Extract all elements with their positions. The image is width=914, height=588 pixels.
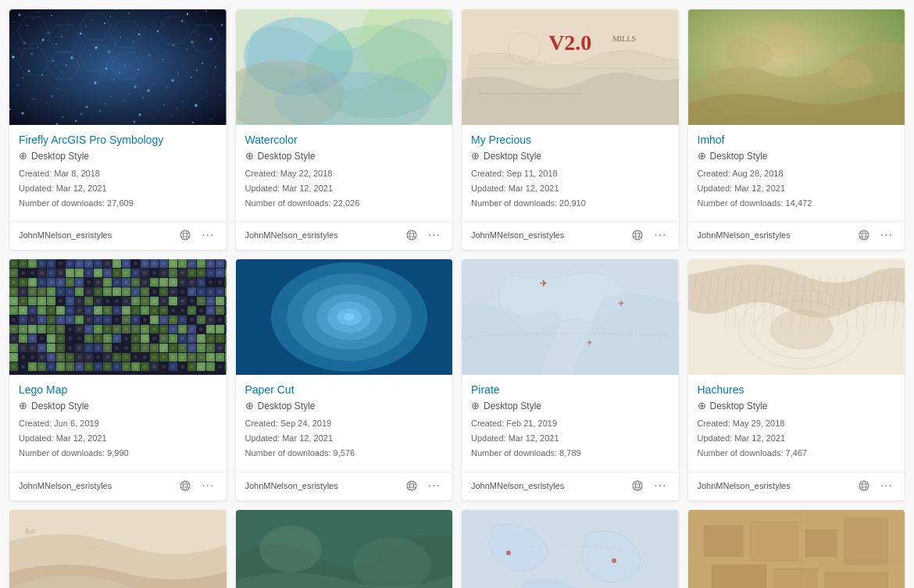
svg-point-28 <box>120 37 121 38</box>
svg-rect-607 <box>225 334 227 343</box>
svg-point-542 <box>152 327 156 331</box>
card-thumbnail-pirate[interactable]: ✈ ✈ ✈ <box>462 259 679 375</box>
svg-point-106 <box>108 50 110 52</box>
globe-button-precious[interactable] <box>630 228 645 242</box>
more-button-lego[interactable]: ··· <box>199 477 216 494</box>
more-button-papercut[interactable]: ··· <box>426 477 443 494</box>
svg-point-740 <box>143 365 147 369</box>
svg-point-306 <box>218 280 222 284</box>
svg-point-528 <box>87 327 91 331</box>
card-bottom3 <box>462 510 679 589</box>
svg-point-468 <box>40 318 44 322</box>
svg-point-286 <box>124 280 128 284</box>
card-title-firefly[interactable]: Firefly ArcGIS Pro Symbology <box>19 133 217 147</box>
more-button-precious[interactable]: ··· <box>652 226 669 244</box>
svg-point-216 <box>30 271 34 275</box>
svg-point-440 <box>143 308 147 312</box>
globe-button-lego[interactable] <box>177 479 193 493</box>
svg-point-200 <box>190 262 194 265</box>
svg-point-552 <box>199 327 203 331</box>
card-bottom4 <box>688 510 905 589</box>
svg-point-152 <box>636 230 640 240</box>
globe-button-firefly[interactable] <box>177 228 193 242</box>
svg-point-70 <box>201 98 202 98</box>
svg-point-132 <box>184 230 187 240</box>
svg-point-847 <box>259 526 322 572</box>
svg-point-700 <box>190 355 194 359</box>
more-button-firefly[interactable]: ··· <box>199 226 216 244</box>
svg-point-396 <box>171 299 175 303</box>
svg-rect-557 <box>225 325 227 333</box>
svg-point-536 <box>124 327 128 331</box>
globe-button-papercut[interactable] <box>404 479 420 493</box>
svg-point-82 <box>94 81 96 84</box>
card-title-hachures[interactable]: Hachures <box>698 383 896 397</box>
card-title-precious[interactable]: My Precious <box>471 133 669 147</box>
card-body-papercut: Paper Cut ⊕ Desktop Style Created: Sep 2… <box>236 375 453 466</box>
svg-point-668 <box>40 355 44 359</box>
svg-point-506 <box>218 318 222 322</box>
card-footer-watercolor: JohnMNelson_esristyles ··· <box>236 221 453 250</box>
card-thumbnail-papercut[interactable] <box>236 259 453 375</box>
more-button-imhof[interactable]: ··· <box>878 226 895 244</box>
svg-point-27 <box>91 19 92 20</box>
card-footer-pirate: JohnMNelson_esristyles ··· <box>462 472 679 501</box>
globe-button-pirate[interactable] <box>630 479 645 493</box>
svg-point-690 <box>143 355 147 359</box>
svg-point-164 <box>21 262 25 265</box>
card-title-imhof[interactable]: Imhof <box>698 133 896 147</box>
card-title-pirate[interactable]: Pirate <box>471 383 669 397</box>
card-meta-precious: Created: Sep 11, 2018 Updated: Mar 12, 2… <box>471 166 669 210</box>
svg-point-761 <box>180 481 190 490</box>
svg-point-53 <box>162 23 165 26</box>
svg-point-416 <box>30 308 34 312</box>
card-thumbnail-precious[interactable]: V2.0 MILLS ~~~~~~~~~~~~~~~~~~~~~~~~~~~~~… <box>462 9 679 125</box>
svg-point-370 <box>49 299 53 303</box>
card-thumbnail-lego[interactable] <box>9 259 227 375</box>
svg-rect-207 <box>225 259 227 268</box>
globe-button-imhof[interactable] <box>856 228 872 242</box>
card-downloads: Number of downloads: 9,576 <box>245 446 444 461</box>
card-thumbnail-imhof[interactable] <box>688 9 905 125</box>
card-thumbnail-watercolor[interactable] <box>236 9 453 125</box>
card-thumbnail-hachures[interactable] <box>688 259 905 375</box>
card-title-watercolor[interactable]: Watercolor <box>245 133 444 147</box>
svg-point-254 <box>209 271 212 275</box>
more-button-watercolor[interactable]: ··· <box>426 226 443 244</box>
card-title-papercut[interactable]: Paper Cut <box>245 383 444 397</box>
card-thumbnail-bottom1[interactable]: Bali ~ ~ ~ <box>9 510 227 589</box>
globe-button-hachures[interactable] <box>856 479 872 493</box>
svg-point-172 <box>59 262 62 265</box>
svg-point-105 <box>80 33 82 35</box>
svg-point-388 <box>134 299 137 303</box>
globe-button-watercolor[interactable] <box>404 228 420 242</box>
card-meta-pirate: Created: Feb 21, 2019 Updated: Mar 12, 2… <box>471 416 669 460</box>
card-thumbnail-bottom2[interactable] <box>236 510 453 589</box>
card-title-lego[interactable]: Lego Map <box>19 383 217 397</box>
card-downloads: Number of downloads: 14,472 <box>698 196 896 211</box>
svg-point-680 <box>96 355 100 359</box>
svg-point-450 <box>190 308 194 312</box>
svg-point-84 <box>153 119 154 119</box>
svg-point-44 <box>129 93 130 94</box>
svg-point-374 <box>68 299 72 303</box>
svg-point-141 <box>407 230 416 240</box>
card-actions-watercolor: ··· <box>404 226 443 244</box>
svg-point-66 <box>85 26 87 28</box>
card-grid: Firefly ArcGIS Pro Symbology ⊕ Desktop S… <box>0 0 914 588</box>
svg-point-278 <box>87 280 91 284</box>
card-body-precious: My Precious ⊕ Desktop Style Created: Sep… <box>462 125 679 216</box>
svg-point-238 <box>134 271 137 275</box>
card-footer-firefly: JohnMNelson_esristyles ··· <box>9 221 227 250</box>
card-thumbnail-bottom4[interactable] <box>688 510 905 589</box>
svg-point-104 <box>51 15 52 16</box>
more-button-pirate[interactable]: ··· <box>652 477 669 494</box>
more-button-hachures[interactable]: ··· <box>878 477 895 494</box>
card-thumbnail-bottom3[interactable] <box>462 510 679 589</box>
card-thumbnail-firefly[interactable] <box>9 9 227 125</box>
svg-point-67 <box>114 44 116 45</box>
card-type-watercolor: ⊕ Desktop Style <box>245 150 444 162</box>
svg-point-30 <box>177 73 179 74</box>
card-author-hachures: JohnMNelson_esristyles <box>698 481 791 490</box>
svg-point-350 <box>190 290 194 294</box>
